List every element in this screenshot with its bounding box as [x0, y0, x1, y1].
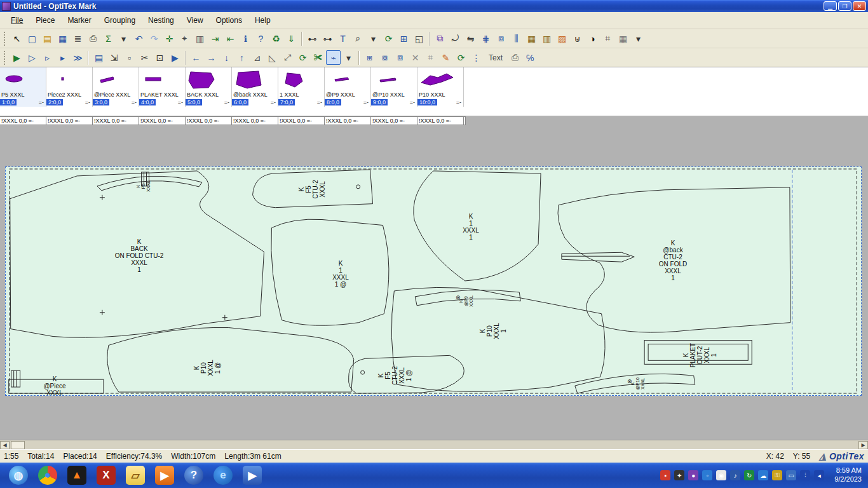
open-folder-icon[interactable]: ▤ [40, 31, 55, 46]
onedrive-icon[interactable]: ☁ [758, 470, 768, 480]
piece-cell-at-back[interactable]: @back XXXL 6:0,0=- [232, 67, 278, 107]
join-line-icon[interactable]: ⌁ [326, 50, 341, 65]
internet-explorer-icon[interactable]: e [214, 466, 233, 485]
sort-pieces-icon[interactable]: ⇲ [107, 50, 121, 65]
toolbar-grip[interactable] [4, 51, 6, 65]
flip-vertical-icon[interactable]: ◺ [265, 50, 280, 65]
print-marker-icon[interactable]: ⎙ [508, 50, 522, 65]
nest-run-all-icon[interactable]: ≫ [71, 50, 85, 65]
folder-icon[interactable]: ▱ [126, 466, 145, 485]
alert-shield-icon[interactable]: ▪ [660, 470, 670, 480]
nest-end-icon[interactable]: ▸ [55, 50, 70, 65]
step-pieces-icon[interactable]: ⋮ [469, 50, 484, 65]
export-table-icon[interactable]: Σ [101, 31, 116, 46]
play-right-icon[interactable]: ▶ [168, 50, 182, 65]
save-icon[interactable]: ▦ [55, 31, 70, 46]
size-cell[interactable]: !XXXL 0,0 =- [46, 117, 93, 125]
find-piece-icon[interactable]: ⌖ [177, 31, 192, 46]
hatch-fabric-icon[interactable]: ▨ [555, 31, 569, 46]
dropdown-arrow-icon[interactable]: ▾ [631, 31, 646, 46]
piece-cell-at-p9[interactable]: @P9 XXXL 8:0,0=- [325, 67, 371, 107]
stripe-fabric-icon[interactable]: ▥ [539, 31, 554, 46]
shade-view-icon[interactable]: ◑ [585, 31, 600, 46]
horizontal-scrollbar[interactable]: ◀ ▶ [0, 440, 868, 449]
maximize-button[interactable]: ❐ [838, 1, 851, 11]
chrome-tray-icon[interactable]: ◉ [716, 470, 726, 480]
cage-view-icon[interactable]: ⌗ [423, 50, 438, 65]
nest-step-icon[interactable]: ▹ [40, 50, 55, 65]
scrollbar-thumb[interactable] [11, 441, 25, 449]
move-left-icon[interactable]: ← [189, 50, 203, 65]
rotate-piece-icon[interactable]: ⤾ [448, 31, 463, 46]
media-player-icon[interactable]: ▶ [243, 466, 262, 485]
rotate-45-icon[interactable]: ⤢ [280, 50, 295, 65]
excel-icon[interactable]: X [97, 466, 116, 485]
plaid-fabric-icon[interactable]: ▦ [524, 31, 539, 46]
media-orange-icon[interactable]: ▶ [155, 466, 174, 485]
align-pieces-icon[interactable]: ⋕ [478, 31, 493, 46]
nest-start-icon[interactable]: ▶ [10, 50, 24, 65]
refresh-view-icon[interactable]: ⟳ [381, 31, 396, 46]
sync-icon[interactable]: ↻ [744, 470, 754, 480]
gpu-settings-icon[interactable]: ✦ [674, 470, 684, 480]
piece-cell-at-p10[interactable]: @P10 XXXL 9:0,0=- [371, 67, 417, 107]
recycle-icon[interactable]: ♻ [269, 31, 283, 46]
distribute-pieces-icon[interactable]: ⧈ [494, 31, 508, 46]
close-button[interactable]: ✕ [853, 1, 866, 11]
piece-cell-back[interactable]: BACK XXXL 5:0,0=- [186, 67, 232, 107]
hide-icons-icon[interactable]: ◂ [814, 470, 824, 480]
menu-options[interactable]: Options [210, 13, 248, 27]
scroll-left-arrow[interactable]: ◀ [0, 441, 10, 449]
size-cell[interactable]: !XXXL 0,0 =- [0, 117, 46, 125]
magnet-snap-icon[interactable]: ⊎ [570, 31, 585, 46]
refresh-marker-icon[interactable]: ⟳ [454, 50, 468, 65]
display-icon[interactable]: ▭ [786, 470, 796, 480]
menu-help[interactable]: Help [249, 13, 276, 27]
toolbar-grip[interactable] [4, 32, 6, 46]
print-preview-icon[interactable]: ≣ [71, 31, 85, 46]
redo-icon[interactable]: ↷ [147, 31, 161, 46]
box-dimension-icon[interactable]: ⊡ [153, 50, 167, 65]
import-icon[interactable]: ⇥ [208, 31, 222, 46]
print-icon[interactable]: ⎙ [86, 31, 100, 46]
dropdown-arrow-icon[interactable]: ▾ [116, 31, 131, 46]
move-down-icon[interactable]: ↓ [219, 50, 234, 65]
piece-cell-p10[interactable]: P10 XXXL 10:0,0=- [417, 67, 464, 107]
add-piece-icon[interactable]: ✛ [162, 31, 177, 46]
menu-marker[interactable]: Marker [62, 13, 97, 27]
context-help-icon[interactable]: ? [254, 31, 268, 46]
messenger-icon[interactable]: ◦ [702, 470, 712, 480]
cut-percent-icon[interactable]: ℅ [523, 50, 538, 65]
volume-icon[interactable]: ♪ [730, 470, 740, 480]
trim-cut-icon[interactable]: ✂ [137, 50, 152, 65]
zoom-icon[interactable]: ⌕ [351, 31, 365, 46]
nest-option-3-icon[interactable]: ⧈ [393, 50, 407, 65]
dropdown-arrow-icon[interactable]: ▾ [366, 31, 381, 46]
flip-horizontal-icon[interactable]: ⊿ [250, 50, 264, 65]
size-cell[interactable]: !XXXL 0,0 =- [278, 117, 325, 125]
piece-cell-plaket[interactable]: PLAKET XXXL 4:0,0=- [139, 67, 186, 107]
measure-length-icon[interactable]: ⊷ [305, 31, 320, 46]
mini-nest-icon[interactable]: ▫ [122, 50, 137, 65]
menu-view[interactable]: View [181, 13, 209, 27]
start-globe-icon[interactable]: ◍ [9, 466, 28, 485]
new-document-icon[interactable]: ▢ [25, 31, 39, 46]
move-right-icon[interactable]: → [204, 50, 219, 65]
chrome-icon[interactable]: ● [38, 466, 57, 485]
menu-grouping[interactable]: Grouping [98, 13, 141, 27]
export-icon[interactable]: ⇤ [223, 31, 238, 46]
update-dot-icon[interactable]: ● [688, 470, 698, 480]
nest-pause-icon[interactable]: ▷ [25, 50, 39, 65]
flip-piece-icon[interactable]: ⇋ [463, 31, 478, 46]
help-icon[interactable]: ? [184, 466, 203, 485]
send-down-icon[interactable]: ⇓ [284, 31, 299, 46]
menu-file[interactable]: File [5, 13, 29, 27]
move-up-icon[interactable]: ↑ [234, 50, 249, 65]
piece-cell-p5[interactable]: P5 XXXL 1:0,0=- [0, 67, 46, 107]
snip-tool-icon[interactable]: ✀ [311, 50, 325, 65]
signal-bars-icon[interactable]: ⫶ [800, 470, 810, 480]
piece-report-icon[interactable]: ▥ [193, 31, 207, 46]
size-cell[interactable]: !XXXL 0,0 =- [371, 117, 417, 125]
edit-marker-icon[interactable]: ✎ [438, 50, 453, 65]
zoom-window-icon[interactable]: ⊞ [397, 31, 411, 46]
